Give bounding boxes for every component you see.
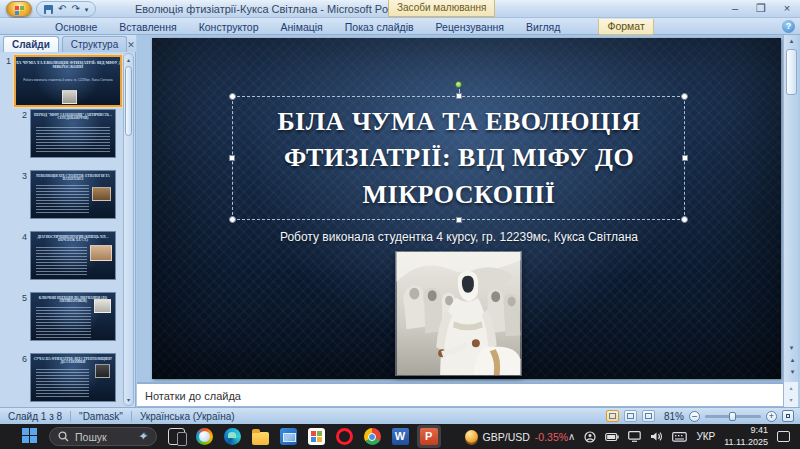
- slide-scrollbar[interactable]: ▴ ▾ ▴ ▾: [783, 35, 798, 382]
- tab-animations[interactable]: Анімація: [281, 21, 323, 33]
- next-slide-icon[interactable]: ▾: [784, 368, 799, 376]
- white-robed-figures-image[interactable]: [395, 251, 522, 376]
- thumbnail-image: [62, 90, 77, 104]
- scrollbar-thumb[interactable]: [125, 66, 132, 136]
- tray-time: 9:41: [724, 425, 768, 436]
- system-tray: ∧: [568, 425, 800, 448]
- slide-thumbnail-1[interactable]: 1 БІЛА ЧУМА ТА ЕВОЛЮЦІЯ ФТИЗІАТРІЇ: ВІД …: [0, 55, 122, 107]
- tray-person-icon[interactable]: [584, 431, 596, 443]
- notifications-icon[interactable]: [777, 431, 790, 442]
- copilot-icon[interactable]: [196, 428, 213, 445]
- clock[interactable]: 9:41 11.11.2025: [724, 425, 768, 448]
- slide-number: 1: [0, 55, 14, 107]
- scroll-up-icon[interactable]: ▴: [784, 37, 799, 45]
- rotation-handle[interactable]: [455, 81, 462, 88]
- slide-thumbnail-6[interactable]: 6 СУЧАСНА ФТИЗІАТРІЯ: ВІД СТРЕПТОМІЦИНУ …: [16, 353, 116, 402]
- zoom-out-button[interactable]: –: [689, 411, 700, 422]
- resize-handle-s[interactable]: [456, 217, 462, 223]
- scroll-down-icon[interactable]: ▾: [784, 394, 798, 406]
- resize-handle-ne[interactable]: [681, 93, 688, 100]
- previous-slide-icon[interactable]: ▴: [784, 356, 799, 364]
- language-switcher[interactable]: УКР: [696, 431, 715, 442]
- thumbnail-title: БІЛА ЧУМА ТА ЕВОЛЮЦІЯ ФТИЗІАТРІЇ: ВІД МІ…: [14, 60, 122, 69]
- minimize-button[interactable]: –: [728, 2, 742, 15]
- close-button[interactable]: ×: [780, 2, 794, 15]
- fit-to-window-button[interactable]: [782, 410, 794, 422]
- scroll-down-icon[interactable]: ▾: [124, 396, 133, 403]
- slide-thumbnail-4[interactable]: 4 ДІАГНОСТИЧНИЙ ПРОРИВ (КІНЕЦЬ XIX – ПОЧ…: [16, 231, 116, 280]
- panel-close-icon[interactable]: ✕: [127, 40, 135, 52]
- network-display-icon[interactable]: [628, 431, 641, 442]
- slide-number: 6: [16, 353, 30, 402]
- tab-home[interactable]: Основне: [55, 21, 97, 33]
- title-bar: ↶ ↷ ▾ Еволюція фтизіатрії-Кукса Світлана…: [0, 0, 800, 18]
- language-indicator[interactable]: Українська (Україна): [132, 411, 243, 422]
- slideshow-view-button[interactable]: [642, 410, 655, 422]
- resize-handle-n[interactable]: [456, 93, 462, 99]
- tab-design[interactable]: Конструктор: [199, 21, 259, 33]
- battery-icon[interactable]: [605, 432, 619, 442]
- tab-format[interactable]: Формат: [598, 19, 653, 35]
- slide-sorter-view-button[interactable]: [624, 410, 637, 422]
- panel-tabs: Слайди Структура ✕: [0, 35, 136, 52]
- slide-subtitle[interactable]: Роботу виконала студентка 4 курсу, гр. 1…: [212, 230, 706, 244]
- save-icon[interactable]: [44, 5, 53, 14]
- scrollbar-thumb[interactable]: [786, 49, 797, 95]
- panel-scrollbar[interactable]: ▴ ▾: [123, 53, 134, 406]
- notes-pane[interactable]: Нотатки до слайда: [137, 382, 783, 407]
- qat-customize-icon[interactable]: ▾: [85, 6, 89, 13]
- zoom-slider-thumb[interactable]: [729, 412, 736, 421]
- slide-title[interactable]: БІЛА ЧУМА ТА ЕВОЛЮЦІЯ ФТИЗІАТРІЇ: ВІД МІ…: [237, 104, 681, 213]
- tab-view[interactable]: Вигляд: [526, 21, 560, 33]
- help-icon[interactable]: ?: [782, 20, 795, 33]
- slide-thumbnail-3[interactable]: 3 РЕВОЛЮЦІЯ XIX СТОЛІТТЯ: ЕТІОЛОГІЯ ТА П…: [16, 170, 116, 219]
- task-view-icon[interactable]: [168, 428, 185, 445]
- undo-icon[interactable]: ↶: [58, 4, 66, 14]
- scroll-up-icon[interactable]: ▴: [784, 382, 798, 394]
- copilot-sparkle-icon: ✦: [139, 431, 148, 442]
- thumbnail-image: [94, 299, 111, 313]
- zoom-slider[interactable]: [705, 415, 761, 418]
- speaker-icon[interactable]: [650, 431, 663, 442]
- chrome-browser-icon[interactable]: [364, 428, 381, 445]
- notes-scrollbar[interactable]: ▴ ▾: [783, 382, 798, 407]
- tab-insert[interactable]: Вставлення: [119, 21, 176, 33]
- slide-canvas[interactable]: БІЛА ЧУМА ТА ЕВОЛЮЦІЯ ФТИЗІАТРІЇ: ВІД МІ…: [152, 38, 781, 379]
- office-button[interactable]: [6, 1, 32, 17]
- restore-button[interactable]: ❐: [754, 2, 768, 15]
- tab-review[interactable]: Рецензування: [436, 21, 504, 33]
- resize-handle-nw[interactable]: [229, 93, 236, 100]
- scroll-down-icon[interactable]: ▾: [784, 344, 799, 352]
- resize-handle-sw[interactable]: [229, 216, 236, 223]
- resize-handle-e[interactable]: [682, 155, 688, 161]
- start-button[interactable]: [22, 428, 37, 445]
- notes-placeholder[interactable]: Нотатки до слайда: [145, 390, 241, 402]
- redo-icon[interactable]: ↷: [71, 4, 79, 14]
- tab-outline[interactable]: Структура: [62, 36, 127, 52]
- tab-slideshow[interactable]: Показ слайдів: [345, 21, 414, 33]
- file-explorer-icon[interactable]: [252, 432, 269, 445]
- hidden-icons-chevron[interactable]: ∧: [568, 432, 575, 442]
- mail-app-icon[interactable]: [280, 428, 297, 445]
- powerpoint-taskbar-button[interactable]: P: [417, 425, 441, 448]
- opera-browser-icon[interactable]: [336, 428, 353, 445]
- tab-slides[interactable]: Слайди: [3, 36, 59, 52]
- search-box[interactable]: Пошук ✦: [49, 427, 157, 446]
- microsoft-store-icon[interactable]: [308, 428, 325, 445]
- window-controls: – ❐ ×: [728, 2, 794, 15]
- scroll-up-icon[interactable]: ▴: [124, 56, 133, 63]
- resize-handle-w[interactable]: [229, 155, 235, 161]
- zoom-in-button[interactable]: +: [766, 411, 777, 422]
- currency-change: -0.35%: [535, 431, 568, 443]
- status-bar: Слайд 1 з 8 "Damask" Українська (Україна…: [0, 407, 800, 424]
- touch-keyboard-icon[interactable]: [672, 432, 687, 442]
- word-icon[interactable]: W: [392, 428, 409, 445]
- thumbnail-body-text: [36, 127, 110, 153]
- slide-thumbnail-5[interactable]: 5 КЛЮЧОВІ ПІДХОДИ ДО ЛІКУВАННЯ (ДО АНТИБ…: [16, 292, 116, 341]
- edge-browser-icon[interactable]: [224, 428, 241, 445]
- resize-handle-se[interactable]: [681, 216, 688, 223]
- currency-widget[interactable]: GBP/USD -0.35%: [465, 430, 569, 443]
- slide-thumbnail-2[interactable]: 2 ПЕРІОД "МІФУ І ЗАБОБОНІВ" (АНТИЧНІСТЬ …: [16, 109, 116, 158]
- window-title: Еволюція фтизіатрії-Кукса Світлана - Mic…: [135, 3, 431, 15]
- normal-view-button[interactable]: [606, 410, 619, 422]
